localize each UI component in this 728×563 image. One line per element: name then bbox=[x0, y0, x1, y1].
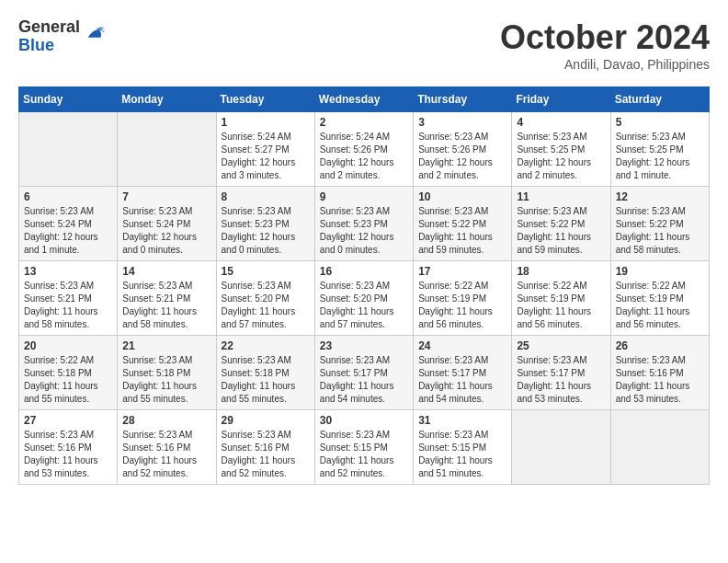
day-number: 23 bbox=[320, 339, 408, 352]
day-info: Sunrise: 5:23 AM Sunset: 5:23 PM Dayligh… bbox=[320, 205, 408, 257]
week-row-4: 20Sunrise: 5:22 AM Sunset: 5:18 PM Dayli… bbox=[19, 336, 710, 410]
week-row-1: 1Sunrise: 5:24 AM Sunset: 5:27 PM Daylig… bbox=[19, 112, 710, 187]
calendar-cell: 1Sunrise: 5:24 AM Sunset: 5:27 PM Daylig… bbox=[216, 112, 314, 187]
calendar-cell bbox=[512, 410, 610, 485]
day-number: 16 bbox=[320, 265, 408, 278]
calendar-cell: 14Sunrise: 5:23 AM Sunset: 5:21 PM Dayli… bbox=[118, 261, 216, 336]
day-number: 4 bbox=[517, 116, 605, 129]
day-info: Sunrise: 5:23 AM Sunset: 5:26 PM Dayligh… bbox=[418, 131, 506, 182]
calendar-cell: 16Sunrise: 5:23 AM Sunset: 5:20 PM Dayli… bbox=[314, 261, 413, 336]
day-info: Sunrise: 5:22 AM Sunset: 5:19 PM Dayligh… bbox=[616, 280, 704, 331]
calendar-cell: 9Sunrise: 5:23 AM Sunset: 5:23 PM Daylig… bbox=[314, 187, 413, 261]
calendar-cell: 21Sunrise: 5:23 AM Sunset: 5:18 PM Dayli… bbox=[118, 336, 216, 410]
day-number: 9 bbox=[320, 190, 408, 203]
day-info: Sunrise: 5:23 AM Sunset: 5:24 PM Dayligh… bbox=[24, 205, 112, 257]
day-info: Sunrise: 5:23 AM Sunset: 5:18 PM Dayligh… bbox=[222, 354, 310, 406]
day-info: Sunrise: 5:23 AM Sunset: 5:15 PM Dayligh… bbox=[320, 429, 408, 480]
column-header-tuesday: Tuesday bbox=[216, 87, 314, 112]
calendar-cell: 5Sunrise: 5:23 AM Sunset: 5:25 PM Daylig… bbox=[610, 112, 709, 187]
header-section: General Blue October 2024 Andili, Davao,… bbox=[18, 18, 710, 72]
day-number: 10 bbox=[418, 190, 506, 203]
day-number: 17 bbox=[418, 265, 506, 278]
header-row: SundayMondayTuesdayWednesdayThursdayFrid… bbox=[19, 87, 710, 112]
day-number: 30 bbox=[320, 414, 408, 427]
logo-blue: Blue bbox=[18, 37, 80, 55]
day-info: Sunrise: 5:23 AM Sunset: 5:17 PM Dayligh… bbox=[517, 354, 605, 406]
day-number: 11 bbox=[517, 190, 605, 203]
day-number: 19 bbox=[616, 265, 704, 278]
day-number: 28 bbox=[122, 414, 210, 427]
day-info: Sunrise: 5:23 AM Sunset: 5:16 PM Dayligh… bbox=[222, 429, 310, 480]
day-info: Sunrise: 5:23 AM Sunset: 5:23 PM Dayligh… bbox=[222, 205, 310, 257]
week-row-5: 27Sunrise: 5:23 AM Sunset: 5:16 PM Dayli… bbox=[19, 410, 710, 485]
logo-text: General Blue bbox=[18, 18, 80, 55]
day-number: 15 bbox=[222, 265, 310, 278]
calendar-cell: 11Sunrise: 5:23 AM Sunset: 5:22 PM Dayli… bbox=[512, 187, 610, 261]
day-info: Sunrise: 5:23 AM Sunset: 5:22 PM Dayligh… bbox=[616, 205, 704, 257]
day-info: Sunrise: 5:22 AM Sunset: 5:18 PM Dayligh… bbox=[24, 354, 112, 406]
day-number: 12 bbox=[616, 190, 704, 203]
column-header-friday: Friday bbox=[512, 87, 610, 112]
day-number: 5 bbox=[616, 116, 704, 129]
day-info: Sunrise: 5:23 AM Sunset: 5:21 PM Dayligh… bbox=[122, 280, 210, 331]
calendar-cell: 24Sunrise: 5:23 AM Sunset: 5:17 PM Dayli… bbox=[414, 336, 512, 410]
day-number: 20 bbox=[24, 339, 112, 352]
calendar-cell: 17Sunrise: 5:22 AM Sunset: 5:19 PM Dayli… bbox=[414, 261, 512, 336]
week-row-3: 13Sunrise: 5:23 AM Sunset: 5:21 PM Dayli… bbox=[19, 261, 710, 336]
day-info: Sunrise: 5:23 AM Sunset: 5:24 PM Dayligh… bbox=[122, 205, 210, 257]
calendar-cell: 2Sunrise: 5:24 AM Sunset: 5:26 PM Daylig… bbox=[314, 112, 413, 187]
day-info: Sunrise: 5:24 AM Sunset: 5:27 PM Dayligh… bbox=[222, 131, 310, 182]
day-number: 8 bbox=[222, 190, 310, 203]
calendar-cell bbox=[118, 112, 216, 187]
calendar-cell bbox=[19, 112, 118, 187]
day-number: 18 bbox=[517, 265, 605, 278]
calendar-cell: 12Sunrise: 5:23 AM Sunset: 5:22 PM Dayli… bbox=[610, 187, 709, 261]
day-info: Sunrise: 5:23 AM Sunset: 5:16 PM Dayligh… bbox=[24, 429, 112, 480]
calendar-cell: 26Sunrise: 5:23 AM Sunset: 5:16 PM Dayli… bbox=[610, 336, 709, 410]
day-number: 24 bbox=[418, 339, 506, 352]
logo-general: General bbox=[18, 18, 80, 37]
day-info: Sunrise: 5:23 AM Sunset: 5:21 PM Dayligh… bbox=[24, 280, 112, 331]
calendar-cell: 25Sunrise: 5:23 AM Sunset: 5:17 PM Dayli… bbox=[512, 336, 610, 410]
calendar-table: SundayMondayTuesdayWednesdayThursdayFrid… bbox=[18, 86, 710, 485]
day-number: 13 bbox=[24, 265, 112, 278]
calendar-body: 1Sunrise: 5:24 AM Sunset: 5:27 PM Daylig… bbox=[19, 112, 710, 485]
day-info: Sunrise: 5:23 AM Sunset: 5:16 PM Dayligh… bbox=[616, 354, 704, 406]
day-info: Sunrise: 5:23 AM Sunset: 5:25 PM Dayligh… bbox=[616, 131, 704, 182]
day-number: 6 bbox=[24, 190, 112, 203]
calendar-cell: 18Sunrise: 5:22 AM Sunset: 5:19 PM Dayli… bbox=[512, 261, 610, 336]
column-header-thursday: Thursday bbox=[414, 87, 512, 112]
location: Andili, Davao, Philippines bbox=[500, 57, 710, 72]
day-info: Sunrise: 5:23 AM Sunset: 5:25 PM Dayligh… bbox=[517, 131, 605, 182]
column-header-monday: Monday bbox=[118, 87, 216, 112]
day-number: 26 bbox=[616, 339, 704, 352]
week-row-2: 6Sunrise: 5:23 AM Sunset: 5:24 PM Daylig… bbox=[19, 187, 710, 261]
calendar-cell: 27Sunrise: 5:23 AM Sunset: 5:16 PM Dayli… bbox=[19, 410, 118, 485]
calendar-cell: 13Sunrise: 5:23 AM Sunset: 5:21 PM Dayli… bbox=[19, 261, 118, 336]
calendar-cell: 4Sunrise: 5:23 AM Sunset: 5:25 PM Daylig… bbox=[512, 112, 610, 187]
day-number: 31 bbox=[418, 414, 506, 427]
month-title: October 2024 bbox=[500, 18, 710, 57]
day-info: Sunrise: 5:24 AM Sunset: 5:26 PM Dayligh… bbox=[320, 131, 408, 182]
day-info: Sunrise: 5:23 AM Sunset: 5:17 PM Dayligh… bbox=[418, 354, 506, 406]
logo: General Blue bbox=[18, 18, 109, 55]
column-header-wednesday: Wednesday bbox=[314, 87, 413, 112]
day-info: Sunrise: 5:23 AM Sunset: 5:22 PM Dayligh… bbox=[418, 205, 506, 257]
day-info: Sunrise: 5:23 AM Sunset: 5:16 PM Dayligh… bbox=[122, 429, 210, 480]
day-info: Sunrise: 5:22 AM Sunset: 5:19 PM Dayligh… bbox=[418, 280, 506, 331]
day-number: 22 bbox=[222, 339, 310, 352]
day-number: 27 bbox=[24, 414, 112, 427]
day-number: 25 bbox=[517, 339, 605, 352]
calendar-cell: 28Sunrise: 5:23 AM Sunset: 5:16 PM Dayli… bbox=[118, 410, 216, 485]
calendar-header: SundayMondayTuesdayWednesdayThursdayFrid… bbox=[19, 87, 710, 112]
calendar-cell: 6Sunrise: 5:23 AM Sunset: 5:24 PM Daylig… bbox=[19, 187, 118, 261]
calendar-cell: 31Sunrise: 5:23 AM Sunset: 5:15 PM Dayli… bbox=[414, 410, 512, 485]
calendar-cell: 22Sunrise: 5:23 AM Sunset: 5:18 PM Dayli… bbox=[216, 336, 314, 410]
day-info: Sunrise: 5:23 AM Sunset: 5:22 PM Dayligh… bbox=[517, 205, 605, 257]
day-info: Sunrise: 5:23 AM Sunset: 5:20 PM Dayligh… bbox=[320, 280, 408, 331]
day-number: 1 bbox=[222, 116, 310, 129]
calendar-cell: 8Sunrise: 5:23 AM Sunset: 5:23 PM Daylig… bbox=[216, 187, 314, 261]
day-number: 2 bbox=[320, 116, 408, 129]
day-number: 14 bbox=[122, 265, 210, 278]
calendar-cell: 10Sunrise: 5:23 AM Sunset: 5:22 PM Dayli… bbox=[414, 187, 512, 261]
